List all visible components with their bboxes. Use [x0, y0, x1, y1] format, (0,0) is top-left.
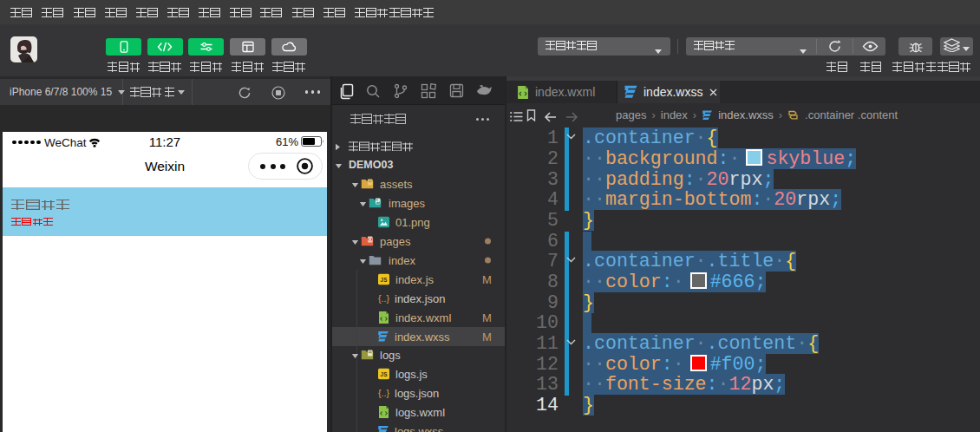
svg-text:JS: JS [381, 277, 389, 283]
svg-text:{..}: {..} [378, 292, 389, 303]
svg-text:JS: JS [381, 372, 389, 378]
svg-text:{..}: {..} [378, 388, 389, 398]
